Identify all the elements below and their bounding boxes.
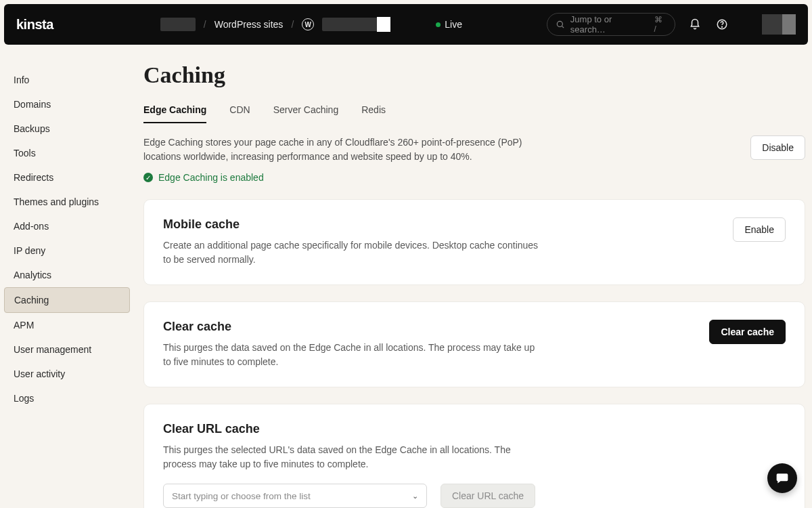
help-icon [716, 18, 728, 30]
sidebar-item-logs[interactable]: Logs [4, 386, 130, 410]
mobile-cache-description: Create an additional page cache specific… [163, 238, 542, 267]
edge-caching-status: ✓ Edge Caching is enabled [143, 172, 734, 183]
sidebar-item-domains[interactable]: Domains [4, 92, 130, 117]
page-title: Caching [143, 62, 805, 88]
sidebar-item-apm[interactable]: APM [4, 313, 130, 337]
breadcrumb-separator: / [204, 19, 206, 30]
disable-edge-caching-button[interactable]: Disable [750, 135, 805, 160]
sidebar-item-add-ons[interactable]: Add-ons [4, 214, 130, 238]
mobile-cache-card: Mobile cache Create an additional page c… [143, 199, 805, 285]
svg-line-1 [562, 26, 564, 28]
tab-cdn[interactable]: CDN [229, 104, 250, 123]
clear-url-cache-button[interactable]: Clear URL cache [441, 484, 535, 508]
clear-url-cache-card: Clear URL cache This purges the selected… [143, 404, 805, 508]
breadcrumb: / WordPress sites / W [160, 18, 390, 31]
breadcrumb-env-chip[interactable] [322, 18, 390, 31]
chat-fab[interactable] [767, 463, 797, 493]
edge-caching-status-text: Edge Caching is enabled [158, 172, 264, 183]
environment-indicator[interactable]: Live [436, 19, 462, 30]
search-shortcut: ⌘ / [654, 15, 667, 34]
wordpress-icon: W [302, 18, 314, 30]
url-select-placeholder: Start typing or choose from the list [172, 491, 311, 501]
main-content: Caching Edge Caching CDN Server Caching … [134, 49, 812, 508]
clear-url-cache-description: This purges the selected URL's data save… [163, 443, 542, 471]
clear-cache-card: Clear cache This purges the data saved o… [143, 301, 805, 387]
sidebar-item-redirects[interactable]: Redirects [4, 165, 130, 190]
bell-icon [689, 18, 701, 30]
sidebar-item-analytics[interactable]: Analytics [4, 263, 130, 287]
help-button[interactable] [715, 17, 729, 32]
chat-icon [775, 471, 789, 485]
topbar: kinsta / WordPress sites / W Live Jump t… [4, 4, 808, 45]
breadcrumb-separator: / [291, 19, 294, 30]
svg-point-0 [557, 21, 562, 26]
breadcrumb-sites-link[interactable]: WordPress sites [215, 19, 284, 30]
clear-cache-title: Clear cache [163, 320, 693, 334]
mobile-cache-title: Mobile cache [163, 217, 717, 232]
svg-point-3 [722, 26, 723, 27]
url-select-input[interactable]: Start typing or choose from the list ⌄ [163, 484, 427, 508]
live-dot-icon [436, 22, 441, 27]
sidebar-item-user-management[interactable]: User management [4, 337, 130, 362]
sidebar-item-caching[interactable]: Caching [4, 287, 130, 313]
search-placeholder: Jump to or search… [570, 14, 649, 35]
tab-redis[interactable]: Redis [361, 104, 386, 123]
clear-cache-button[interactable]: Clear cache [709, 320, 786, 344]
sidebar-item-ip-deny[interactable]: IP deny [4, 238, 130, 263]
enable-mobile-cache-button[interactable]: Enable [733, 217, 786, 242]
chevron-down-icon: ⌄ [412, 492, 418, 501]
caching-tabs: Edge Caching CDN Server Caching Redis [143, 104, 805, 123]
clear-url-cache-title: Clear URL cache [163, 422, 786, 436]
clear-cache-description: This purges the data saved on the Edge C… [163, 341, 542, 369]
account-menu[interactable] [762, 14, 796, 35]
global-search[interactable]: Jump to or search… ⌘ / [547, 13, 675, 36]
check-circle-icon: ✓ [143, 173, 153, 182]
tab-server-caching[interactable]: Server Caching [273, 104, 339, 123]
tab-edge-caching[interactable]: Edge Caching [143, 104, 206, 123]
sidebar: Info Domains Backups Tools Redirects The… [0, 49, 134, 508]
sidebar-item-backups[interactable]: Backups [4, 117, 130, 141]
notifications-button[interactable] [687, 17, 702, 32]
sidebar-item-themes-plugins[interactable]: Themes and plugins [4, 190, 130, 214]
topbar-right: Jump to or search… ⌘ / [547, 13, 796, 36]
sidebar-item-info[interactable]: Info [4, 68, 130, 92]
edge-caching-description: Edge Caching stores your page cache in a… [143, 135, 522, 164]
sidebar-item-user-activity[interactable]: User activity [4, 362, 130, 386]
search-icon [556, 20, 565, 29]
sidebar-item-tools[interactable]: Tools [4, 141, 130, 165]
logo[interactable]: kinsta [16, 17, 53, 33]
breadcrumb-site-chip[interactable] [160, 18, 196, 31]
environment-label: Live [445, 19, 462, 30]
